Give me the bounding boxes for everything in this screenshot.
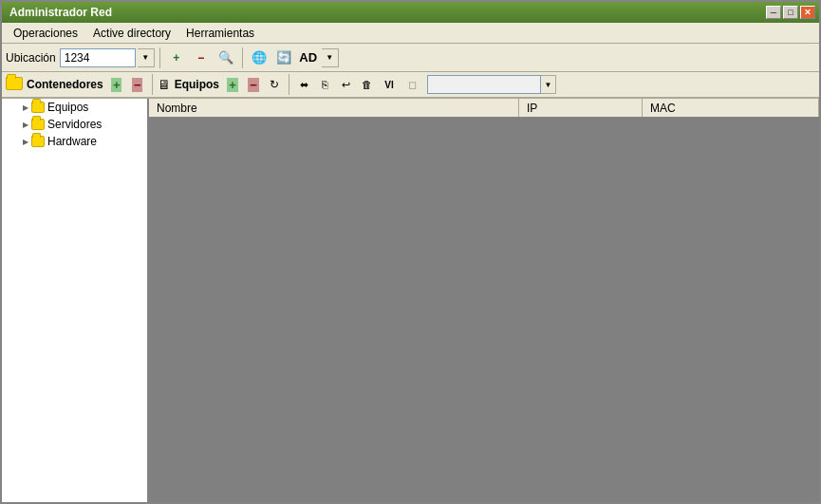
separator4 [289, 74, 289, 95]
action-btn4[interactable]: 🗑 [357, 75, 376, 94]
col-header-mac: MAC [643, 99, 819, 117]
action-btn6[interactable]: ◻ [402, 75, 421, 94]
menu-active-directory[interactable]: Active directory [85, 25, 178, 42]
config-button[interactable]: AD [297, 47, 320, 69]
refresh-icon: ↻ [270, 78, 279, 91]
action-btn2[interactable]: ⎘ [315, 75, 334, 94]
toolbar2: Contenedores + − 🖥 Equipos + − ↻ ⬌ ⎘ ↩ [2, 72, 819, 99]
remove-equipo-button[interactable]: − [244, 75, 263, 94]
table-body [149, 118, 819, 502]
refresh-equipo-button[interactable]: ↻ [265, 75, 284, 94]
folder-icon-servidores [31, 119, 45, 130]
computer-icon-equipos: 🖥 [158, 77, 171, 92]
tree-item-equipos[interactable]: ▶ Equipos [2, 99, 147, 116]
action-btn5[interactable]: VI [378, 75, 401, 94]
tree-label-equipos: Equipos [47, 101, 88, 114]
separator1 [159, 47, 160, 68]
minus-icon: − [197, 51, 204, 65]
window-title: Administrador Red [6, 6, 112, 19]
folder-icon-equipos [31, 102, 45, 113]
arrow-servidores: ▶ [23, 121, 28, 129]
separator3 [152, 74, 153, 95]
filter-dropdown-wrapper: ▼ [427, 75, 556, 94]
plus-icon-cont: + [111, 78, 122, 92]
sync-button[interactable]: 🔄 [272, 47, 295, 69]
action6-icon: ◻ [408, 79, 417, 91]
sync-icon: 🔄 [276, 50, 291, 65]
close-button[interactable]: ✕ [800, 6, 815, 19]
action-btn3[interactable]: ↩ [336, 75, 355, 94]
remove-location-button[interactable]: − [190, 47, 213, 69]
action1-icon: ⬌ [300, 79, 308, 91]
config-icon: AD [299, 50, 317, 65]
network-button[interactable]: 🌐 [248, 47, 271, 69]
action5-icon: VI [384, 80, 393, 90]
maximize-button[interactable]: □ [783, 6, 798, 19]
equipos-label: Equipos [175, 78, 219, 91]
col-label-nombre: Nombre [157, 102, 197, 115]
contenedores-label: Contenedores [27, 78, 103, 91]
main-window: Administrador Red ─ □ ✕ Operaciones Acti… [0, 0, 821, 504]
add-location-button[interactable]: + [165, 47, 188, 69]
toolbar1: Ubicación ▼ + − 🔍 🌐 🔄 AD ▼ [2, 44, 819, 72]
tree-label-servidores: Servidores [47, 118, 102, 131]
ubicacion-dropdown-btn[interactable]: ▼ [138, 48, 155, 67]
separator2 [242, 47, 243, 68]
window-controls: ─ □ ✕ [766, 6, 815, 19]
action2-icon: ⎘ [322, 79, 328, 90]
main-panel: Nombre IP MAC [149, 99, 819, 502]
arrow-equipos: ▶ [23, 103, 28, 112]
filter-input[interactable] [427, 75, 541, 94]
folder-icon-contenedores [6, 77, 23, 93]
network-icon: 🌐 [252, 50, 267, 65]
action-btn1[interactable]: ⬌ [294, 75, 313, 94]
content-area: ▶ Equipos ▶ Servidores ▶ Hardware Nombre [2, 99, 819, 502]
add-equipo-button[interactable]: + [223, 75, 242, 94]
plus-icon-eq: + [227, 78, 238, 92]
plus-icon: + [173, 51, 179, 65]
col-label-mac: MAC [650, 102, 676, 115]
menu-herramientas[interactable]: Herramientas [178, 25, 262, 42]
col-header-nombre: Nombre [149, 99, 519, 117]
config-dropdown-btn[interactable]: ▼ [322, 48, 339, 67]
tree-item-servidores[interactable]: ▶ Servidores [2, 116, 147, 133]
action3-icon: ↩ [342, 79, 350, 91]
tree-panel: ▶ Equipos ▶ Servidores ▶ Hardware [2, 99, 149, 502]
minus-icon-eq: − [248, 78, 259, 92]
col-header-ip: IP [519, 99, 643, 117]
folder-icon-hardware [31, 136, 45, 147]
tree-item-hardware[interactable]: ▶ Hardware [2, 133, 147, 150]
minus-icon-cont: − [132, 78, 143, 92]
arrow-hardware: ▶ [23, 138, 28, 146]
ubicacion-input[interactable] [60, 48, 136, 67]
search-icon: 🔍 [218, 50, 233, 65]
minimize-button[interactable]: ─ [766, 6, 781, 19]
col-label-ip: IP [527, 102, 537, 115]
menu-operaciones[interactable]: Operaciones [6, 25, 85, 42]
remove-contenedor-button[interactable]: − [128, 75, 147, 94]
tree-label-hardware: Hardware [47, 135, 97, 148]
add-contenedor-button[interactable]: + [107, 75, 126, 94]
search-location-button[interactable]: 🔍 [215, 47, 237, 69]
action4-icon: 🗑 [362, 79, 372, 90]
menubar: Operaciones Active directory Herramienta… [2, 23, 819, 44]
titlebar: Administrador Red ─ □ ✕ [2, 2, 819, 23]
table-header: Nombre IP MAC [149, 99, 819, 118]
filter-dropdown-btn[interactable]: ▼ [541, 75, 556, 94]
ubicacion-label: Ubicación [6, 51, 56, 65]
